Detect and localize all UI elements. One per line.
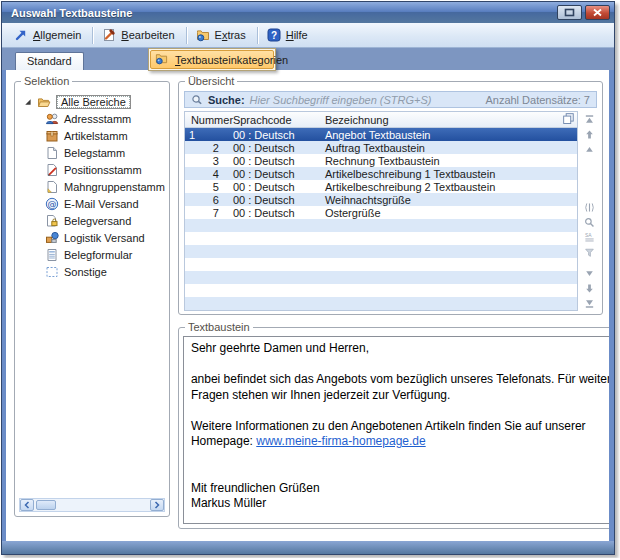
text-line (191, 450, 609, 466)
tree-item-alle-bereiche[interactable]: Alle Bereiche (19, 93, 165, 110)
move-down-button[interactable] (583, 282, 596, 294)
table-empty-row (185, 219, 577, 232)
extras-dropdown-menu: Textbausteinkategorien (148, 48, 276, 71)
table-row[interactable]: 700 : DeutschOstergrüße (185, 206, 577, 219)
textbaustein-preview[interactable]: Sehr geehrte Damen und Herren,anbei befi… (183, 336, 609, 524)
scroll-left-button[interactable] (20, 499, 34, 511)
nav-bottom-group (583, 267, 596, 309)
tree-item-label: Adressstamm (64, 113, 131, 125)
tab-standard[interactable]: Standard (15, 52, 84, 70)
cell-sprachcode: 00 : Deutsch (227, 155, 319, 167)
form-document-icon (45, 248, 59, 262)
textbaustein-table: NummerSprachcodeBezeichnung 100 : Deutsc… (184, 111, 578, 311)
tree-item-label: E-Mail Versand (64, 198, 139, 210)
cell-bezeichnung: Ostergrüße (319, 207, 577, 219)
homepage-link[interactable]: www.meine-firma-homepage.de (256, 434, 425, 448)
text-line (191, 403, 609, 419)
menu-item-textbausteinkategorien[interactable]: Textbausteinkategorien (150, 50, 274, 69)
dashed-box-icon (45, 265, 59, 279)
cell-sprachcode: 00 : Deutsch (227, 129, 319, 141)
sort-button[interactable]: SA (583, 231, 596, 243)
search-input[interactable]: Suche: Hier Suchbegriff eingeben (STRG+S… (184, 91, 597, 108)
uebersicht-groupbox: Übersicht Suche: Hier Suchbegriff eingeb… (178, 75, 603, 315)
column-header-bezeichnung[interactable]: Bezeichnung (319, 114, 559, 126)
folder-open-icon (37, 95, 51, 109)
toolbar-hilfe-button[interactable]: ?Hilfe (261, 26, 316, 44)
cell-nummer: 6 (185, 194, 227, 206)
filter-button[interactable] (583, 246, 596, 258)
logistics-icon (45, 231, 59, 245)
tree-item-sonstige[interactable]: Sonstige (19, 263, 165, 280)
toolbar-separator (92, 27, 93, 44)
tree-item-belegversand[interactable]: Belegversand (19, 212, 165, 229)
cell-sprachcode: 00 : Deutsch (227, 142, 319, 154)
tree-item-positionsstamm[interactable]: Positionsstamm (19, 161, 165, 178)
close-icon (592, 8, 603, 17)
toolbar-extras-button[interactable]: Extras (190, 26, 254, 44)
toolbar-button-label: Extras (215, 29, 246, 41)
svg-text:?: ? (271, 30, 277, 41)
cell-nummer: 3 (185, 155, 227, 167)
close-button[interactable] (585, 5, 610, 20)
cell-bezeichnung: Rechnung Textbaustein (319, 155, 577, 167)
tree-item-e-mail-versand[interactable]: @E-Mail Versand (19, 195, 165, 212)
column-header-sprachcode[interactable]: Sprachcode (227, 114, 319, 126)
scroll-top-button[interactable] (583, 113, 596, 125)
cell-bezeichnung: Angebot Textbaustein (319, 129, 577, 141)
tree-item-belegformular[interactable]: Belegformular (19, 246, 165, 263)
scroll-bottom-button[interactable] (583, 297, 596, 309)
window-bottom-frame (2, 541, 614, 554)
tree-horizontal-scrollbar[interactable] (19, 498, 165, 512)
toolbar-button-label: Allgemein (33, 29, 81, 41)
column-header-nummer[interactable]: Nummer (185, 114, 227, 126)
column-chooser-button[interactable] (559, 112, 577, 127)
categories-folder-icon (155, 52, 168, 67)
table-row[interactable]: 600 : DeutschWeihnachtsgrüße (185, 193, 577, 206)
up-button[interactable] (583, 143, 596, 155)
scroll-right-button[interactable] (150, 499, 164, 511)
table-row[interactable]: 300 : DeutschRechnung Textbaustein (185, 154, 577, 167)
cell-sprachcode: 00 : Deutsch (227, 168, 319, 180)
table-row[interactable]: 100 : DeutschAngebot Textbaustein (185, 128, 577, 141)
right-column: Übersicht Suche: Hier Suchbegriff eingeb… (178, 75, 603, 529)
people-icon (45, 112, 59, 126)
cell-bezeichnung: Artikelbeschreibung 2 Textbaustein (319, 181, 577, 193)
menu-item-label: Textbausteinkategorien (175, 54, 288, 66)
tree-item-adressstamm[interactable]: Adressstamm (19, 110, 165, 127)
toolbar-bearbeiten-button[interactable]: Bearbeiten (96, 26, 182, 44)
move-up-button[interactable] (583, 128, 596, 140)
tree-item-logistik-versand[interactable]: Logistik Versand (19, 229, 165, 246)
search-button[interactable] (583, 216, 596, 228)
search-label: Suche: (208, 94, 245, 106)
document-icon (45, 146, 59, 160)
table-row[interactable]: 200 : DeutschAuftrag Textbaustein (185, 141, 577, 154)
table-empty-row (185, 284, 577, 297)
document-lock-icon (45, 214, 59, 228)
down-button[interactable] (583, 267, 596, 279)
titlebar[interactable]: Auswahl Textbausteine (2, 2, 614, 23)
restore-button[interactable] (557, 5, 582, 20)
table-row[interactable]: 400 : DeutschArtikelbeschreibung 1 Textb… (185, 167, 577, 180)
package-icon (45, 129, 59, 143)
tools-group: SA (583, 201, 596, 258)
scrollbar-thumb[interactable] (36, 500, 56, 510)
tree-item-belegstamm[interactable]: Belegstamm (19, 144, 165, 161)
column-width-button[interactable] (583, 201, 596, 213)
search-icon (191, 94, 203, 106)
text-line: anbei befindet sich das Angebots vom bez… (191, 372, 609, 388)
document-corner-icon (45, 180, 59, 194)
toolbar-allgemein-button[interactable]: Allgemein (8, 26, 89, 44)
table-empty-row (185, 245, 577, 258)
table-header[interactable]: NummerSprachcodeBezeichnung (185, 112, 577, 128)
textbaustein-legend: Textbaustein (185, 321, 253, 333)
tree-item-artikelstamm[interactable]: Artikelstamm (19, 127, 165, 144)
toolbar-button-label: Bearbeiten (121, 29, 174, 41)
toolbar-button-label: Hilfe (286, 29, 308, 41)
folder-tools-icon (196, 28, 210, 42)
table-row[interactable]: 500 : DeutschArtikelbeschreibung 2 Textb… (185, 180, 577, 193)
tree-item-label: Belegstamm (64, 147, 125, 159)
table-empty-row (185, 232, 577, 245)
cell-nummer: 7 (185, 207, 227, 219)
text-line (191, 357, 609, 373)
tree-item-mahngruppenstamm[interactable]: Mahngruppenstamm (19, 178, 165, 195)
